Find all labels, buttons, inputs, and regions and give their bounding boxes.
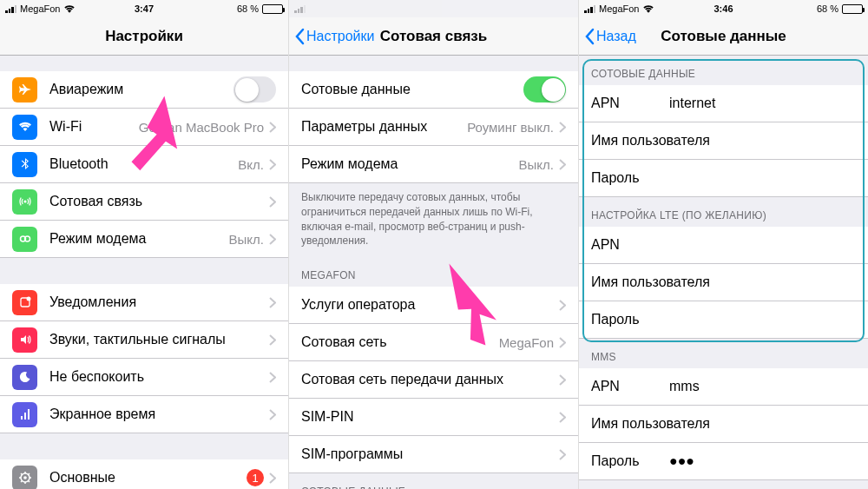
row-label: Экранное время — [49, 406, 269, 422]
carrier-label: MegaFon — [20, 3, 60, 14]
row-value: Gorban MacBook Pro — [139, 120, 264, 135]
row-cellular-data[interactable]: Сотовые данные — [289, 71, 578, 109]
row-label: Основные — [49, 470, 247, 486]
battery-pct-label: 68 % — [237, 3, 259, 14]
status-bar — [289, 0, 578, 17]
nav-title: Настройки — [105, 28, 183, 45]
mms-apn-field[interactable]: APN mms — [579, 368, 868, 406]
row-carrier-services[interactable]: Услуги оператора — [289, 287, 578, 324]
signal-icon — [294, 4, 306, 13]
phone-settings-root: MegaFon 3:47 68 % Настройки Авиарежим — [0, 0, 289, 489]
row-label: Услуги оператора — [301, 297, 559, 313]
row-wifi[interactable]: Wi-Fi Gorban MacBook Pro — [0, 109, 288, 146]
row-airplane[interactable]: Авиарежим — [0, 71, 288, 109]
row-notifications[interactable]: Уведомления — [0, 284, 288, 321]
row-label: SIM-PIN — [301, 409, 559, 425]
nav-back-button[interactable]: Настройки — [294, 17, 374, 56]
lte-password-field[interactable]: Пароль — [579, 301, 868, 339]
row-bluetooth[interactable]: Bluetooth Вкл. — [0, 146, 288, 183]
chevron-right-icon — [559, 337, 566, 348]
carrier-label: MegaFon — [599, 3, 639, 14]
airplane-toggle[interactable] — [233, 76, 276, 102]
field-value: internet — [669, 96, 856, 111]
row-hotspot[interactable]: Режим модема Выкл. — [289, 146, 578, 183]
row-cellular-network[interactable]: Сотовая сеть MegaFon — [289, 324, 578, 361]
cellular-data-toggle[interactable] — [523, 76, 566, 102]
mms-username-field[interactable]: Имя пользователя — [579, 406, 868, 443]
section-header: MEGAFON — [289, 257, 578, 287]
row-label: Параметры данных — [301, 119, 467, 135]
svg-point-4 — [26, 297, 30, 301]
row-sim-pin[interactable]: SIM-PIN — [289, 399, 578, 436]
chevron-right-icon — [559, 159, 566, 170]
field-value: ●●● — [669, 453, 856, 469]
chevron-right-icon — [559, 300, 566, 311]
notifications-icon — [12, 290, 37, 315]
row-sounds[interactable]: Звуки, тактильные сигналы — [0, 321, 288, 359]
row-general[interactable]: Основные 1 — [0, 459, 288, 489]
row-cellular[interactable]: Сотовая связь — [0, 183, 288, 221]
airplane-icon — [12, 77, 37, 102]
nav-bar: Настройки Сотовая связь — [289, 17, 578, 56]
row-data-options[interactable]: Параметры данных Роуминг выкл. — [289, 109, 578, 146]
nav-title: Сотовая связь — [380, 28, 488, 45]
nav-back-label: Настройки — [306, 29, 374, 44]
signal-icon — [5, 4, 16, 13]
field-label: Имя пользователя — [591, 416, 710, 432]
row-hotspot[interactable]: Режим модема Выкл. — [0, 221, 288, 258]
field-label: Пароль — [591, 453, 669, 469]
signal-icon — [584, 4, 595, 13]
nav-back-label: Назад — [596, 29, 636, 44]
field-value: mms — [669, 379, 856, 394]
row-cellular-data-network[interactable]: Сотовая сеть передачи данных — [289, 361, 578, 399]
screentime-icon — [12, 402, 37, 427]
chevron-right-icon — [269, 372, 276, 383]
field-label: APN — [591, 379, 669, 394]
bluetooth-icon — [12, 152, 37, 177]
phone-cellular: Настройки Сотовая связь Сотовые данные П… — [289, 0, 579, 489]
field-label: Имя пользователя — [591, 274, 710, 290]
chevron-right-icon — [269, 334, 276, 346]
row-label: Не беспокоить — [49, 369, 269, 385]
chevron-right-icon — [559, 374, 566, 386]
lte-apn-field[interactable]: APN — [579, 227, 868, 264]
wifi-icon — [63, 4, 76, 13]
chevron-right-icon — [269, 297, 276, 308]
apn-field[interactable]: APN internet — [579, 85, 868, 122]
password-field[interactable]: Пароль — [579, 160, 868, 197]
row-screentime[interactable]: Экранное время — [0, 396, 288, 433]
lte-username-field[interactable]: Имя пользователя — [579, 264, 868, 301]
status-bar: MegaFon 3:46 68 % — [579, 0, 868, 17]
status-bar: MegaFon 3:47 68 % — [0, 0, 288, 17]
row-label: Сотовая связь — [49, 194, 269, 209]
nav-bar: Настройки — [0, 17, 288, 56]
chevron-right-icon — [559, 122, 566, 133]
row-dnd[interactable]: Не беспокоить — [0, 359, 288, 396]
svg-point-0 — [23, 200, 26, 202]
chevron-right-icon — [559, 412, 566, 423]
row-label: Сотовая сеть — [301, 334, 499, 350]
wifi-icon — [642, 4, 654, 13]
nav-title: Сотовые данные — [661, 28, 786, 45]
section-header: MMS — [579, 339, 868, 368]
username-field[interactable]: Имя пользователя — [579, 122, 868, 160]
phone-apn-settings: MegaFon 3:46 68 % Назад Сотовые данные С… — [579, 0, 868, 489]
cellular-icon — [12, 189, 37, 215]
field-label: APN — [591, 237, 669, 253]
hotspot-icon — [12, 227, 37, 252]
section-header: СОТОВЫЕ ДАННЫЕ — [289, 473, 578, 489]
nav-back-button[interactable]: Назад — [584, 17, 636, 56]
row-sim-apps[interactable]: SIM-программы — [289, 436, 578, 473]
dnd-icon — [12, 365, 37, 390]
row-label: Режим модема — [49, 231, 229, 247]
badge: 1 — [247, 469, 264, 486]
row-label: Wi-Fi — [49, 119, 139, 135]
row-value: Выкл. — [519, 157, 554, 172]
chevron-right-icon — [269, 159, 276, 170]
mms-password-field[interactable]: Пароль ●●● — [579, 443, 868, 480]
chevron-right-icon — [269, 122, 276, 133]
section-header: НАСТРОЙКА LTE (ПО ЖЕЛАНИЮ) — [579, 197, 868, 227]
chevron-left-icon — [584, 28, 595, 45]
wifi-settings-icon — [12, 115, 37, 140]
chevron-right-icon — [269, 409, 276, 420]
